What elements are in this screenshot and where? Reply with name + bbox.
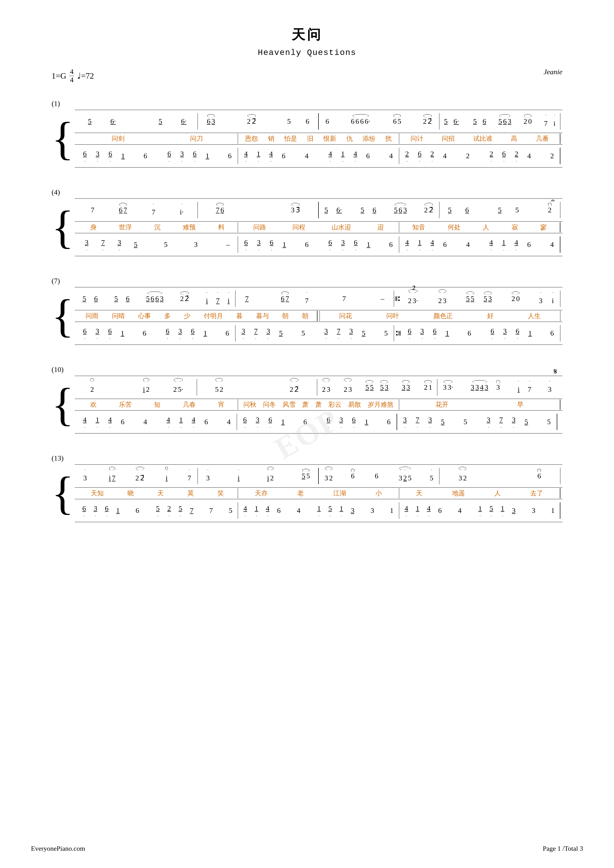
tempo: ♩=72 [77,71,94,81]
note: 1 [205,151,209,161]
note: 6 [144,151,147,161]
lyrics-1: 问剑 问刀 恩怨 销 怕是 旧 恨新 仇 添纷 扰 [75,133,563,144]
key-signature: 1=G 4 4 ♩=72 [51,68,94,84]
note: 2̄ [252,116,256,126]
brace-1: { [51,110,75,167]
note: 2 [550,151,554,161]
repeat-dots-2 [395,331,399,336]
note: 0 [528,116,532,126]
note: 2 [247,116,251,126]
note: 6 [482,116,486,126]
note: 6 [282,151,286,161]
note: 4 [305,151,308,161]
bass-2: 3 · 7 · 3 · 5 [75,233,563,256]
m1: 7 6 7 · 7 · i· [77,203,197,217]
time-signature: 4 4 [69,68,74,84]
note: 5 [499,116,502,126]
score-container: 天问 Heavenly Questions 1=G 4 4 ♩=72 Jeani… [31,16,583,553]
note: 2 · [515,149,518,163]
note: 6 · [502,149,506,163]
bass-3: 6 · 3 · 6 · 1 [75,322,563,345]
footer-right: Page 1 /Total 3 [543,845,583,852]
note: 2 · [405,149,409,163]
brace-5: { [51,464,75,522]
m3: 5 6· 5 6 5 6 3 2 [319,205,439,215]
note: 6 [503,116,507,126]
repeat-dots [397,296,401,301]
note: 3 [508,116,511,126]
note: 3 · [96,149,99,163]
measure-4-treble: 5 6· 5 6 5 6 3 2 [440,114,560,128]
key-text: 1=G [51,71,66,81]
lyrics-3: 问雨 问晴 心事 多 少 付明月 暮 暮与 朝 朝 问花 [75,310,563,322]
system-5: { · 3 · i [51,464,563,522]
note: 6 · [167,149,171,163]
treble-2: 7 6 7 · 7 · i· [75,198,563,222]
page-title: 天问 [51,26,563,44]
page-subtitle: Heavenly Questions [51,48,563,57]
note: 6 [207,116,210,126]
treble-4: 𝄋 · 2 · i [75,376,563,399]
measure-1-treble: 5 6· 5 6· [77,116,197,126]
note: 5 [159,116,162,126]
note: 6 [306,116,309,126]
section-4: (10) { 𝄋 · 2 [51,366,563,434]
note: 4 · [354,149,357,163]
section-3: (7) { 5 6 5 6 5 6 6 [51,277,563,345]
lyrics-5: 天知 晓 天 莫 笑 天亦 老 江湖 小 天 [75,488,563,499]
note: 4 · [244,149,248,163]
treble-1: 5 6· 5 6· [75,110,563,133]
treble-3: 5 6 5 6 5 6 6 3 [75,287,563,310]
note: 1 [121,151,125,161]
system-1-body: 5 6· 5 6· [75,110,563,167]
note: 6 · [109,149,112,163]
note: 4 [443,151,447,161]
note: 6 · [418,149,421,163]
section-4-label: (10) [51,366,563,374]
note: 4 [527,151,531,161]
measure-1-bass: 6 · 3 · 6 · 1 [77,149,238,163]
note: 2 · [431,149,434,163]
measure-3-bass: 2 · 6 · 2 · 4 [399,149,560,163]
note: 6· [110,116,116,126]
note: 2 [466,151,469,161]
measure-2-bass: 4 · 1 · 4 · 6 [238,149,399,163]
section-2-label: (4) [51,188,563,196]
note: 6· [453,116,459,126]
header-row: 1=G 4 4 ♩=72 Jeanie [51,68,563,84]
note: 5 [444,116,448,126]
note: 6 [366,151,370,161]
measure-2-treble: 6 3 2 2̄ 5 6 [198,116,318,126]
note: 6 [393,116,396,126]
system-5-body: · 3 · i · 7 [75,464,563,522]
note: 6 [356,116,359,126]
brace-3: { [51,287,75,345]
measure-3-treble: 6 6 6 6 6· 6 5 [319,116,439,126]
note: 1 · [341,149,345,163]
note: 5 [88,116,92,126]
note: 3 [211,116,215,126]
composer: Jeanie [544,68,563,76]
lyr-seg-2: 恩怨 销 怕是 旧 恨新 仇 添纷 扰 [238,134,399,143]
footer-left: EveryonePiano.com [31,845,85,852]
note: 1 · [256,149,260,163]
lyrics-2: 身 世浮 沉 难预 料 问路 问程 山水迢 迢 知音 [75,222,563,233]
section-1: (1) { 5 6· 5 [51,99,563,167]
note: 6 [360,116,364,126]
system-3: { 5 6 5 6 5 6 6 3 [51,287,563,345]
bass-1: 6 · 3 · 6 · 1 [75,144,563,167]
note: · i [553,114,555,128]
note: 6 [351,116,354,126]
note: 6 [228,151,232,161]
note: 3 · [180,149,184,163]
note: 6 [325,116,329,126]
m4: 𝄐 5 6 5 5 2 [440,205,560,215]
note: · 7 [544,114,548,128]
m2: 7 6 3 3̄ [198,205,318,215]
system-4: { 𝄋 · 2 · [51,376,563,434]
brace-4: { [51,376,75,434]
footer: EveryonePiano.com Page 1 /Total 3 [31,845,583,852]
note: 4 [389,151,393,161]
lyr-seg-1: 问剑 问刀 [77,134,238,143]
note: 6 · [83,149,87,163]
